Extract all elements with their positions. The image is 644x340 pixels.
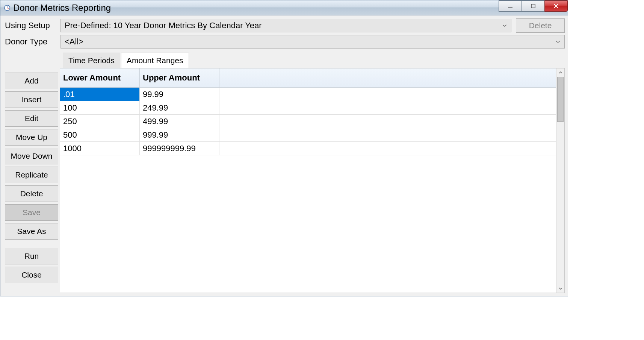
grid-header: Lower Amount Upper Amount [60,68,556,88]
minimize-button[interactable] [499,0,522,12]
edit-button[interactable]: Edit [5,110,58,127]
button-gap [5,242,58,248]
chevron-down-icon [502,24,507,27]
col-lower-amount[interactable]: Lower Amount [60,68,140,87]
col-filler [219,68,556,87]
using-setup-label: Using Setup [3,21,56,30]
replicate-button[interactable]: Replicate [5,167,58,183]
tab-amount-ranges[interactable]: Amount Ranges [121,53,189,68]
donor-type-value: <All> [65,37,83,47]
donor-type-row: Donor Type <All> [3,35,565,49]
window-title: Donor Metrics Reporting [13,3,111,13]
delete-setup-button[interactable]: Delete [516,18,565,33]
cell-upper-amount[interactable]: 249.99 [140,101,219,114]
cell-upper-amount[interactable]: 99.99 [140,88,219,101]
using-setup-value: Pre-Defined: 10 Year Donor Metrics By Ca… [65,21,262,30]
save-button[interactable]: Save [5,204,58,221]
scroll-track[interactable] [556,77,564,284]
cell-lower-amount[interactable]: 1000 [60,142,140,155]
content-area: Using Setup Pre-Defined: 10 Year Donor M… [0,15,568,296]
donor-type-combo[interactable]: <All> [60,35,565,49]
vertical-scrollbar[interactable] [556,68,564,293]
table-row[interactable]: .0199.99 [60,88,556,101]
titlebar: Donor Metrics Reporting [0,0,568,15]
table-row[interactable]: 1000999999999.99 [60,142,556,155]
close-button[interactable] [544,0,568,12]
tab-area: Time Periods Amount Ranges Lower Amount … [60,53,565,293]
cell-upper-amount[interactable]: 999999999.99 [140,142,219,155]
donor-type-label: Donor Type [3,37,56,47]
window-controls [499,0,568,12]
cell-lower-amount[interactable]: 250 [60,115,140,128]
svg-rect-4 [531,4,535,8]
using-setup-combo[interactable]: Pre-Defined: 10 Year Donor Metrics By Ca… [60,19,511,32]
chevron-down-icon [555,40,561,43]
tab-time-periods[interactable]: Time Periods [63,53,120,68]
close-dialog-button[interactable]: Close [5,267,58,283]
table-row[interactable]: 250499.99 [60,115,556,128]
cell-lower-amount[interactable]: 500 [60,128,140,141]
cell-lower-amount[interactable]: .01 [60,88,140,101]
window: Donor Metrics Reporting Using Setup Pre-… [0,0,568,296]
scroll-thumb[interactable] [557,77,564,122]
cell-upper-amount[interactable]: 499.99 [140,115,219,128]
grid-body: .0199.99100249.99250499.99500999.9910009… [60,88,556,155]
insert-button[interactable]: Insert [5,91,58,108]
using-setup-row: Using Setup Pre-Defined: 10 Year Donor M… [3,18,565,33]
table-row[interactable]: 500999.99 [60,128,556,142]
cell-lower-amount[interactable]: 100 [60,101,140,114]
table-row[interactable]: 100249.99 [60,101,556,115]
col-upper-amount[interactable]: Upper Amount [140,68,219,87]
cell-upper-amount[interactable]: 999.99 [140,128,219,141]
add-button[interactable]: Add [5,73,58,89]
move-up-button[interactable]: Move Up [5,129,58,146]
delete-setup-label: Delete [529,21,552,30]
run-button[interactable]: Run [5,248,58,264]
main-area: Add Insert Edit Move Up Move Down Replic… [3,53,565,293]
scroll-down-arrow[interactable] [556,284,564,293]
side-buttons: Add Insert Edit Move Up Move Down Replic… [3,53,60,293]
save-as-button[interactable]: Save As [5,223,58,240]
tabs: Time Periods Amount Ranges [60,53,565,68]
scroll-up-arrow[interactable] [556,68,564,77]
grid-wrap: Lower Amount Upper Amount .0199.99100249… [60,68,565,293]
app-icon [3,4,11,12]
move-down-button[interactable]: Move Down [5,148,58,164]
grid[interactable]: Lower Amount Upper Amount .0199.99100249… [60,68,556,293]
maximize-button[interactable] [522,0,545,12]
delete-button[interactable]: Delete [5,185,58,202]
